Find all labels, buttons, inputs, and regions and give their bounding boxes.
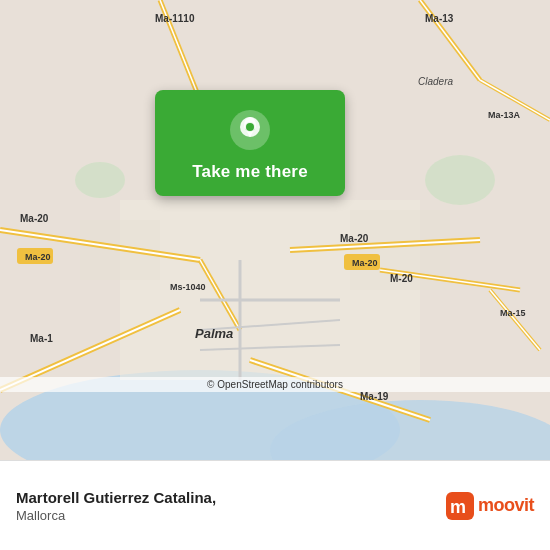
svg-text:Ma-13A: Ma-13A xyxy=(488,110,521,120)
svg-text:Palma: Palma xyxy=(195,326,233,341)
location-card[interactable]: Take me there xyxy=(155,90,345,196)
svg-point-52 xyxy=(246,123,254,131)
svg-text:Ma-1110: Ma-1110 xyxy=(155,13,195,24)
svg-text:M-20: M-20 xyxy=(390,273,413,284)
svg-text:Ma-15: Ma-15 xyxy=(500,308,526,318)
location-info: Martorell Gutierrez Catalina, Mallorca xyxy=(16,489,446,523)
svg-point-32 xyxy=(425,155,495,205)
svg-text:Ma-20: Ma-20 xyxy=(340,233,369,244)
svg-text:Ma-19: Ma-19 xyxy=(360,391,389,402)
svg-text:Ma-1: Ma-1 xyxy=(30,333,53,344)
moovit-icon: m xyxy=(446,492,474,520)
svg-text:Ma-20: Ma-20 xyxy=(352,258,378,268)
bottom-bar: Martorell Gutierrez Catalina, Mallorca m… xyxy=(0,460,550,550)
location-sub: Mallorca xyxy=(16,508,446,523)
svg-text:Ma-20: Ma-20 xyxy=(25,252,51,262)
map-area: Ma-1110 Ma-13 Ma-13A Ma-20 Ma-20 Ms-1040… xyxy=(0,0,550,460)
osm-attribution: © OpenStreetMap contributors xyxy=(0,377,550,392)
svg-text:Cladera: Cladera xyxy=(418,76,453,87)
location-pin-icon xyxy=(228,108,272,152)
svg-text:Ms-1040: Ms-1040 xyxy=(170,282,206,292)
svg-text:Ma-20: Ma-20 xyxy=(20,213,49,224)
svg-text:Ma-13: Ma-13 xyxy=(425,13,454,24)
take-me-there-label: Take me there xyxy=(192,162,308,182)
svg-text:m: m xyxy=(450,497,466,517)
svg-point-31 xyxy=(75,162,125,198)
location-name: Martorell Gutierrez Catalina, xyxy=(16,489,446,506)
moovit-text: moovit xyxy=(478,495,534,516)
moovit-logo: m moovit xyxy=(446,492,534,520)
